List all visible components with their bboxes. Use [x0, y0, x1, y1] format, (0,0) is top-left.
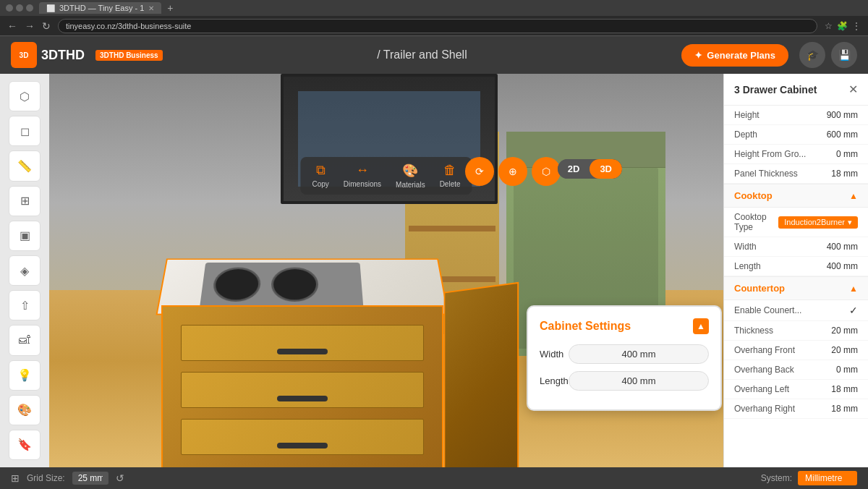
measure-icon: 📏	[17, 159, 32, 173]
enable-countertop-label: Enable Counert...	[734, 305, 801, 315]
2d-mode-button[interactable]: 2D	[558, 159, 590, 179]
delete-tool[interactable]: 🗑 Delete	[440, 163, 461, 189]
system-select[interactable]: Millimetre	[798, 471, 857, 485]
overhang-left-label: Overhang Left	[734, 384, 789, 394]
cooktop-type-value: Induction2Burner	[784, 218, 845, 226]
grid-size-input[interactable]	[72, 472, 109, 485]
generate-plans-button[interactable]: ✦ Generate Plans	[681, 44, 788, 67]
toolbar-paint-button[interactable]: 🎨	[9, 395, 41, 425]
3d-viewport[interactable]: ↙ ↘ ↓ ↗ ⧉ Copy ↔ Dimensions �	[49, 74, 723, 467]
toolbar-measure-button[interactable]: 📏	[9, 150, 41, 181]
toolbar-layers-button[interactable]: ⬡	[9, 81, 41, 111]
panel-close-button[interactable]: ✕	[848, 82, 858, 96]
overhang-front-row: Overhang Front 20 mm	[724, 341, 868, 360]
layers-icon: ⬡	[20, 90, 30, 103]
view-mode-toggle: 2D 3D	[558, 159, 622, 179]
overhang-left-value: 18 mm	[831, 384, 858, 394]
tab-close-icon[interactable]: ✕	[148, 4, 154, 12]
cooktop-type-row: Cooktop Type Induction2Burner ▾	[724, 208, 868, 237]
toolbar-layers2-button[interactable]: ◈	[9, 255, 41, 286]
generate-plans-label: Generate Plans	[707, 50, 775, 61]
url-input[interactable]	[58, 19, 817, 33]
dimensions-label: Dimensions	[344, 180, 381, 188]
browser-tab[interactable]: ⬜ 3DTHD — Tiny Easy - 1 ✕	[39, 2, 161, 14]
grid-status-icon: ⊞	[11, 472, 20, 484]
cooktop-width-row: Width 400 mm	[724, 237, 868, 257]
drawer-handle-2	[277, 396, 328, 401]
business-badge: 3DTHD Business	[95, 50, 163, 61]
tab-title: 3DTHD — Tiny Easy - 1	[59, 4, 144, 12]
learn-icon: 🎓	[807, 49, 819, 61]
cabinet-settings-panel: Cabinet Settings ▲ Width Length	[527, 305, 722, 411]
app-header: 3D 3DTHD 3DTHD Business / Trailer and Sh…	[0, 36, 868, 74]
paint-icon: 🎨	[17, 403, 32, 417]
depth-value: 600 mm	[827, 129, 858, 140]
app-container: 3D 3DTHD 3DTHD Business / Trailer and Sh…	[0, 36, 868, 489]
shelf2	[409, 226, 495, 231]
length-input[interactable]	[569, 371, 709, 391]
enable-countertop-checkbox[interactable]: ✓	[849, 305, 858, 316]
bookmark-icon: 🔖	[17, 438, 32, 451]
burner-left	[211, 268, 261, 302]
dimensions-tool[interactable]: ↔ Dimensions	[344, 163, 381, 189]
window-controls	[6, 4, 33, 12]
dimensions-icon: ↔	[356, 163, 369, 178]
new-tab-button[interactable]: +	[167, 2, 173, 14]
copy-tool[interactable]: ⧉ Copy	[312, 163, 328, 189]
toolbar-3d-button[interactable]: ◻	[9, 116, 41, 146]
depth-label: Depth	[734, 129, 757, 140]
cabinet-front-face: ↙ ↘ ↓ ↗	[161, 305, 443, 467]
panel-title: 3 Drawer Cabinet	[734, 84, 817, 95]
cooktop-length-row: Length 400 mm	[724, 257, 868, 276]
overhang-back-row: Overhang Back 0 mm	[724, 360, 868, 380]
cube-icon: ◻	[20, 124, 30, 138]
materials-tool[interactable]: 🎨 Materials	[396, 163, 425, 189]
length-row: Length	[540, 371, 709, 391]
countertop-collapse-button[interactable]: ▲	[849, 284, 858, 294]
back-button[interactable]: ←	[7, 20, 17, 32]
delete-label: Delete	[440, 180, 461, 188]
overhang-right-value: 18 mm	[831, 404, 858, 414]
thickness-label: Thickness	[734, 326, 773, 336]
toolbar-light-button[interactable]: 💡	[9, 360, 41, 391]
settings-icon: ⋮	[852, 21, 861, 31]
overhang-right-label: Overhang Right	[734, 404, 795, 414]
depth-row: Depth 600 mm	[724, 125, 868, 145]
toolbar-grid-button[interactable]: ⊞	[9, 186, 41, 216]
bookmark-icon: ☆	[825, 21, 833, 31]
learn-button[interactable]: 🎓	[799, 42, 825, 68]
toolbar-bookmark-button[interactable]: 🔖	[9, 430, 41, 460]
width-input[interactable]	[569, 344, 709, 364]
panel-thickness-row: Panel Thickness 18 mm	[724, 164, 868, 184]
grid-icon: ⊞	[20, 194, 30, 208]
address-bar: ← → ↻ ☆ 🧩 ⋮	[0, 16, 868, 36]
camera-pan-button[interactable]: ⊕	[498, 157, 527, 186]
toolbar-furniture-button[interactable]: 🛋	[9, 325, 41, 355]
overhang-front-value: 20 mm	[831, 345, 858, 355]
reload-button[interactable]: ↻	[42, 20, 51, 32]
save-button[interactable]: 💾	[831, 42, 857, 68]
copy-label: Copy	[312, 180, 328, 188]
forward-button[interactable]: →	[25, 20, 35, 32]
height-from-ground-row: Height From Gro... 0 mm	[724, 145, 868, 164]
cooktop-type-dropdown[interactable]: Induction2Burner ▾	[778, 216, 858, 229]
delete-icon: 🗑	[443, 163, 456, 178]
toolbar-stairs-button[interactable]: ⇧	[9, 290, 41, 320]
drawer-handle-1	[277, 349, 328, 354]
extension-icon: 🧩	[837, 21, 848, 31]
cabinet-settings-collapse-button[interactable]: ▲	[693, 318, 709, 334]
cooktop-type-label: Cooktop Type	[734, 212, 778, 232]
camera-perspective-button[interactable]: ⬡	[532, 157, 561, 186]
copy-icon: ⧉	[316, 163, 326, 178]
header-right-icons: 🎓 💾	[799, 42, 857, 68]
height-from-ground-value: 0 mm	[836, 149, 858, 159]
3d-mode-button[interactable]: 3D	[590, 159, 622, 179]
cooktop-collapse-button[interactable]: ▲	[849, 191, 858, 201]
drawer-3	[181, 419, 424, 455]
toolbar-walls-button[interactable]: ▣	[9, 221, 41, 251]
layers2-icon: ◈	[20, 264, 29, 278]
reset-grid-button[interactable]: ↺	[116, 472, 124, 484]
camera-orbit-button[interactable]: ⟳	[465, 157, 494, 186]
height-from-ground-label: Height From Gro...	[734, 149, 806, 159]
thickness-row: Thickness 20 mm	[724, 321, 868, 341]
